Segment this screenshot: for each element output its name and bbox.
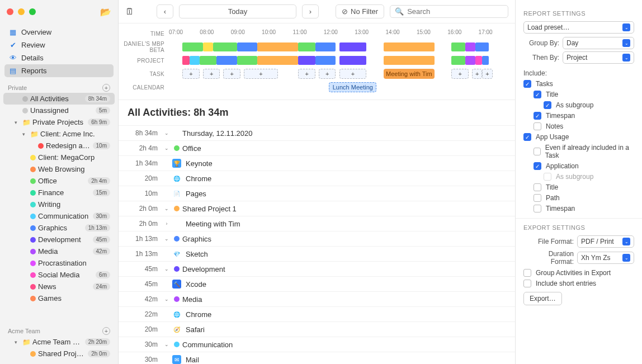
next-button[interactable]: › <box>302 4 319 18</box>
report-row[interactable]: 20m🌐Chrome <box>119 171 515 186</box>
report-row[interactable]: 1h 13m⌄Graphics <box>119 231 515 246</box>
checkbox-row[interactable]: Group Activities in Export <box>523 269 634 277</box>
checkbox-row[interactable]: Timespan <box>523 205 634 212</box>
checkbox[interactable] <box>534 122 541 130</box>
checkbox-row[interactable]: Notes <box>523 122 634 130</box>
timeline-block[interactable] <box>384 42 435 51</box>
timeline-block[interactable] <box>475 56 482 65</box>
then-by-select[interactable]: Project ⌄ <box>563 51 634 64</box>
checkbox-row[interactable]: ✓Application <box>523 162 634 170</box>
timeline-block[interactable] <box>315 42 336 51</box>
timeline-block[interactable] <box>451 42 465 51</box>
search-field[interactable]: 🔍 <box>390 5 508 18</box>
tree-item[interactable]: ▾📁Private Projects6h 9m <box>3 116 115 128</box>
timeline-block[interactable] <box>200 56 216 65</box>
open-folder-icon[interactable]: 📂 <box>100 7 111 17</box>
report-row[interactable]: 10m📄Pages <box>119 186 515 201</box>
checkbox-row[interactable]: Path <box>523 194 634 202</box>
tree-item[interactable]: ▾📁Client: Acme Inc. <box>3 128 115 140</box>
tl-project-track[interactable] <box>169 55 509 66</box>
tree-item[interactable]: Social Media6m <box>3 269 115 281</box>
tree-item[interactable]: All Activities8h 34m <box>3 93 115 105</box>
report-row[interactable]: 1h 34m🏆Keynote <box>119 155 515 171</box>
tree-item[interactable]: Shared Project 12h 0m <box>3 348 115 360</box>
timeline-block[interactable] <box>213 42 237 51</box>
checkbox[interactable]: ✓ <box>534 91 541 98</box>
timeline-block[interactable] <box>257 42 298 51</box>
nav-review[interactable]: ✔Review <box>4 39 114 51</box>
calendar-event[interactable]: Lunch Meeting <box>329 82 376 92</box>
tree-item[interactable]: Office2h 4m <box>3 175 115 187</box>
report-row[interactable]: 22m🌐Chrome <box>119 306 515 322</box>
add-task-button[interactable]: + <box>319 69 336 79</box>
timeline-block[interactable] <box>475 42 489 51</box>
minimize-window-button[interactable] <box>18 8 25 15</box>
report-row[interactable]: 8h 34m⌄Thursday, 12.11.2020 <box>119 125 515 140</box>
add-task-button[interactable]: + <box>339 69 367 79</box>
add-task-button[interactable]: + <box>482 69 492 79</box>
timeline-block[interactable] <box>384 56 435 65</box>
zoom-window-button[interactable] <box>29 8 36 15</box>
timeline-block[interactable] <box>182 42 203 51</box>
nav-details[interactable]: 👁Details <box>4 51 114 64</box>
checkbox-row[interactable]: ✓Title <box>523 91 634 98</box>
timeline-block[interactable] <box>216 56 237 65</box>
report-row[interactable]: 30m✉Mail <box>119 352 515 364</box>
checkbox[interactable] <box>523 280 531 287</box>
tl-task-track[interactable]: ++++++++++Meeting with Tim <box>169 68 509 79</box>
add-task-button[interactable]: + <box>451 69 468 79</box>
date-range-button[interactable]: Today <box>179 4 296 18</box>
tree-item[interactable]: Web Browsing <box>3 163 115 175</box>
checkbox[interactable] <box>544 173 551 181</box>
timeline-block[interactable] <box>465 56 475 65</box>
timeline-block[interactable] <box>465 42 475 51</box>
timeline-block[interactable] <box>298 42 315 51</box>
timeline-block[interactable] <box>339 56 367 65</box>
timeline-block[interactable] <box>237 42 258 51</box>
timeline-block[interactable] <box>482 56 489 65</box>
checkbox-row[interactable]: ✓As subgroup <box>523 101 634 109</box>
add-project-button[interactable]: + <box>102 84 110 92</box>
tl-device-track[interactable] <box>169 41 509 53</box>
checkbox-row[interactable]: ✓Tasks <box>523 80 634 88</box>
checkbox[interactable] <box>534 183 541 191</box>
timeline-block[interactable] <box>182 56 189 65</box>
checkbox-row[interactable]: ✓App Usage <box>523 133 634 141</box>
tree-item[interactable]: Graphics1h 13m <box>3 222 115 234</box>
add-task-button[interactable]: + <box>298 69 315 79</box>
timeline-block[interactable] <box>203 42 213 51</box>
add-task-button[interactable]: + <box>203 69 220 79</box>
add-task-button[interactable]: + <box>182 69 199 79</box>
calendar-add-icon[interactable]: 🗓 <box>125 7 134 17</box>
report-row[interactable]: 45m🔨Xcode <box>119 276 515 291</box>
task-block-meeting[interactable]: Meeting with Tim <box>384 69 435 79</box>
tree-item[interactable]: Unassigned5m <box>3 105 115 116</box>
report-row[interactable]: 20m🧭Safari <box>119 322 515 337</box>
tree-item[interactable]: Development45m <box>3 234 115 245</box>
report-row[interactable]: 2h 0m›Meeting with Tim <box>119 216 515 231</box>
checkbox-row[interactable]: As subgroup <box>523 173 634 181</box>
checkbox-row[interactable]: Title <box>523 183 634 191</box>
checkbox[interactable]: ✓ <box>534 112 541 120</box>
tree-item[interactable]: Procrastination <box>3 257 115 269</box>
report-row[interactable]: 2h 0m⌄Shared Project 1 <box>119 201 515 216</box>
timeline-block[interactable] <box>298 56 315 65</box>
nav-overview[interactable]: ▦Overview <box>4 26 114 39</box>
add-task-button[interactable]: + <box>223 69 240 79</box>
close-window-button[interactable] <box>7 8 13 15</box>
add-task-button[interactable]: + <box>244 69 278 79</box>
tree-item[interactable]: Games <box>3 292 115 304</box>
tree-item[interactable]: Media42m <box>3 245 115 257</box>
tree-item[interactable]: Redesign acme.com10m <box>3 140 115 152</box>
tree-item[interactable]: Finance15m <box>3 187 115 198</box>
checkbox[interactable] <box>534 205 541 212</box>
filter-button[interactable]: ⊘No Filter <box>336 4 384 18</box>
load-preset-select[interactable]: Load preset… ⌄ <box>523 21 634 34</box>
tree-item[interactable]: News24m <box>3 281 115 292</box>
report-row[interactable]: 30m⌄Communication <box>119 337 515 352</box>
add-task-button[interactable]: + <box>472 69 482 79</box>
file-format-select[interactable]: PDF / Print ⌄ <box>577 235 634 248</box>
duration-format-select[interactable]: Xh Ym Zs ⌄ <box>577 252 634 264</box>
report-row[interactable]: 1h 13m💎Sketch <box>119 246 515 261</box>
timeline-block[interactable] <box>315 56 336 65</box>
